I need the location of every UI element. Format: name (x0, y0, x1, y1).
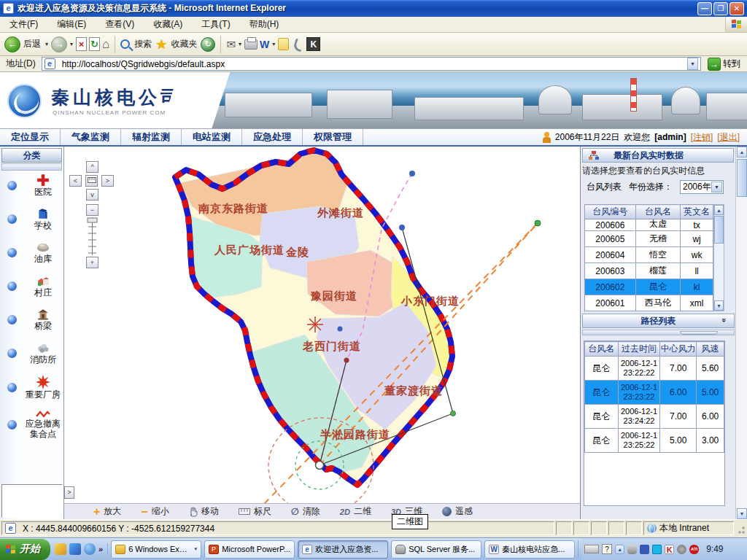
track-point-red[interactable] (344, 358, 349, 363)
mail-dropdown-icon[interactable]: ▾ (239, 41, 241, 47)
quick-launch-ie-icon[interactable] (84, 543, 96, 555)
map-canvas[interactable]: 南京东路街道 外滩街道 人民广场街道 金陵 豫园街道 小东门街道 老西门街道 董… (64, 147, 580, 503)
path-row-selected[interactable]: 昆仑 2006-12-123:23:22 6.00 5.00 (585, 381, 724, 405)
sidebar-expand-button[interactable]: > (64, 486, 74, 499)
tray-ati-icon[interactable]: ATI (689, 545, 699, 554)
scroll-down-icon[interactable]: ▼ (737, 508, 747, 519)
favorites-label[interactable]: 收藏夹 (171, 38, 197, 50)
ime-keyboard-icon[interactable] (584, 545, 599, 553)
tab-station-monitoring[interactable]: 电站监测 (182, 129, 242, 145)
year-select-arrow-icon[interactable]: ▼ (711, 182, 722, 192)
typhoon-row-selected[interactable]: 200602 昆仑 kl (585, 279, 713, 295)
address-dropdown-icon[interactable]: ▼ (687, 58, 698, 70)
tray-volume-icon[interactable] (677, 545, 686, 554)
resize-grip[interactable] (735, 521, 746, 535)
stop-icon[interactable]: × (76, 37, 87, 51)
back-dropdown-icon[interactable]: ▾ (45, 41, 48, 47)
history-icon[interactable]: ↻ (201, 37, 215, 52)
sidebar-item-village[interactable]: 村庄 (7, 274, 63, 298)
splitter-handle-icon[interactable] (680, 331, 718, 335)
typhoon-panel-header[interactable]: 最新台风实时数据 (582, 148, 734, 163)
edit-with-word-icon[interactable]: W (260, 39, 269, 50)
path-list-header[interactable]: 路径列表 » (582, 314, 735, 328)
print-icon[interactable] (244, 39, 258, 50)
favorites-icon[interactable]: ★ (155, 38, 167, 51)
pan-right-button[interactable]: > (101, 175, 114, 187)
quick-launch-icon-1[interactable] (55, 543, 66, 555)
k-tool-icon[interactable]: K (306, 37, 320, 51)
taskbar-clock[interactable]: 9:49 (702, 544, 727, 554)
path-row[interactable]: 昆仑 2006-12-123:25:22 5.00 3.00 (585, 429, 724, 453)
search-label[interactable]: 搜索 (134, 38, 152, 50)
taskbar-button-powerpoint[interactable]: P Microsoft PowerP... (204, 540, 295, 559)
quick-launch-icon-2[interactable] (69, 543, 81, 555)
back-icon[interactable]: ← (4, 36, 20, 52)
sidebar-item-hospital[interactable]: 医院 (7, 174, 63, 197)
zoom-slider[interactable] (86, 217, 98, 255)
sidebar-subbar[interactable] (1, 163, 62, 171)
collapse-chevron-icon[interactable]: » (720, 318, 729, 322)
track-point-green[interactable] (451, 411, 456, 416)
scroll-thumb[interactable] (714, 216, 724, 244)
pan-tool[interactable]: 移动 (189, 505, 219, 518)
close-button[interactable]: ✕ (729, 2, 744, 15)
track-point-green[interactable] (535, 220, 541, 226)
start-button[interactable]: 开始 (0, 539, 50, 560)
tab-radiation-monitoring[interactable]: 辐射监测 (121, 129, 182, 145)
zoom-slider-thumb[interactable] (88, 218, 97, 222)
sidebar-item-oil-depot[interactable]: 油库 (7, 241, 63, 264)
sidebar-item-fire-station[interactable]: 消防所 (7, 341, 63, 365)
ruler-tool[interactable]: 标尺 (239, 505, 271, 518)
tab-permission-management[interactable]: 权限管理 (303, 129, 363, 145)
sidebar-item-key-plant[interactable]: 重要厂房 (7, 375, 63, 400)
scroll-up-icon[interactable]: ▲ (714, 205, 724, 215)
path-row[interactable]: 昆仑 2006-12-123:24:22 7.00 6.00 (585, 405, 724, 429)
scroll-down-icon[interactable]: ▼ (714, 300, 724, 311)
typhoon-row[interactable]: 200603 榴莲 ll (585, 263, 713, 279)
ime-help-icon[interactable]: ? (602, 544, 612, 554)
menu-favorites[interactable]: 收藏(A) (144, 17, 192, 32)
pan-up-button[interactable]: ^ (86, 161, 98, 173)
year-select[interactable]: 2006年 ▼ (680, 180, 724, 194)
tray-antivirus-icon[interactable]: K (665, 545, 674, 554)
minimize-button[interactable]: — (697, 2, 712, 15)
path-row[interactable]: 昆仑 2006-12-123:22:22 7.00 5.60 (585, 357, 724, 381)
pan-down-button[interactable]: v (86, 189, 98, 201)
scroll-up-icon[interactable]: ▲ (737, 147, 747, 158)
mail-icon[interactable]: ✉ (226, 38, 236, 51)
taskbar-button-ie-active[interactable]: e 欢迎进入应急资... (298, 540, 388, 559)
menu-file[interactable]: 文件(F) (0, 17, 47, 32)
hide-icons-chevron-icon[interactable]: ▲ (615, 545, 624, 554)
tab-emergency-handling[interactable]: 应急处理 (242, 129, 303, 145)
logout-link[interactable]: [注销] (691, 131, 713, 144)
full-extent-button[interactable] (85, 175, 98, 187)
zoom-in-tool[interactable]: + 放大 (93, 505, 121, 518)
track-point[interactable] (338, 327, 343, 332)
typhoon-row[interactable]: 200606 太虚 tx (585, 219, 713, 231)
typhoon-row[interactable]: 200604 悟空 wk (585, 247, 713, 263)
menu-help[interactable]: 帮助(H) (240, 17, 289, 32)
forward-dropdown-icon[interactable]: ▾ (70, 41, 73, 47)
typhoon-table-scrollbar[interactable]: ▲ ▼ (713, 204, 724, 311)
menu-view[interactable]: 查看(V) (96, 17, 144, 32)
zoom-out-tool[interactable]: − 缩小 (141, 505, 169, 518)
panel-splitter[interactable] (582, 330, 735, 335)
tray-network-icon[interactable] (640, 545, 649, 554)
home-icon[interactable]: ⌂ (102, 37, 109, 52)
tray-grid-icon[interactable] (652, 545, 662, 554)
taskbar-button-word-doc[interactable]: W 秦山核电站应急... (484, 540, 575, 559)
tab-location-display[interactable]: 定位显示 (0, 129, 61, 145)
track-point[interactable] (409, 171, 415, 176)
zoom-out-step-button[interactable]: − (86, 204, 98, 216)
taskbar-button-explorer-group[interactable]: 6 Windows Expl... ▾ (111, 540, 201, 559)
go-button[interactable]: → 转到 (704, 58, 744, 71)
exit-link[interactable]: [退出] (717, 131, 740, 144)
sidebar-item-school[interactable]: 学校 (7, 207, 63, 230)
menu-tools[interactable]: 工具(T) (192, 17, 239, 32)
menu-edit[interactable]: 编辑(E) (47, 17, 96, 32)
hook-tool-icon[interactable] (291, 38, 304, 51)
sidebar-item-bridge[interactable]: 桥梁 (7, 308, 63, 331)
tray-sql-icon[interactable] (627, 545, 637, 554)
word-dropdown-icon[interactable]: ▾ (272, 41, 275, 47)
page-scrollbar[interactable]: ▲ ▼ (735, 147, 747, 519)
